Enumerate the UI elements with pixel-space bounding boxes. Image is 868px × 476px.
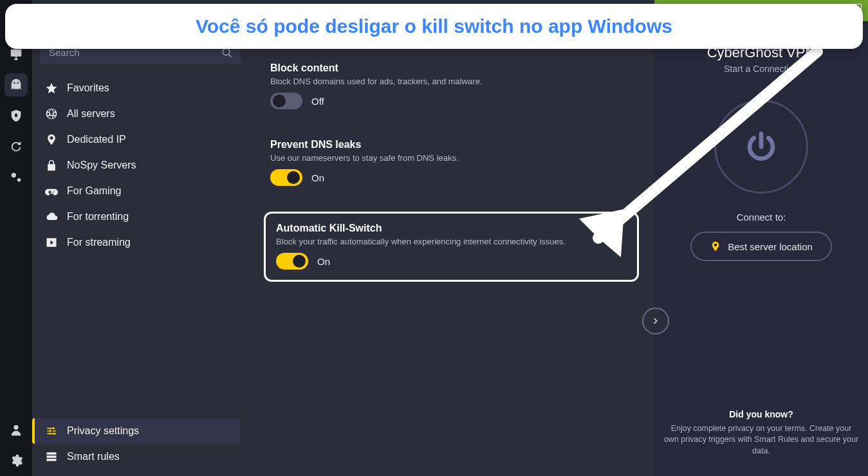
tip-box: Did you know? Enjoy complete privacy on … (654, 395, 868, 477)
nav-favorites[interactable]: Favorites (40, 75, 241, 101)
power-icon (744, 129, 779, 164)
nav-gaming[interactable]: For Gaming (40, 178, 241, 204)
tip-title: Did you know? (663, 409, 859, 419)
nav-label: For torrenting (67, 211, 129, 223)
gamepad-icon (45, 185, 58, 197)
nav-torrenting[interactable]: For torrenting (40, 204, 241, 230)
section-dns-leaks: Prevent DNS leaks Use our nameservers to… (264, 135, 639, 194)
nav-nospy[interactable]: NoSpy Servers (40, 152, 241, 178)
right-subtitle: Start a Connection (654, 64, 868, 74)
ghost-icon (9, 78, 23, 92)
nav-label: Smart rules (67, 451, 120, 462)
svg-point-2 (12, 173, 16, 178)
network-icon (9, 170, 23, 185)
best-location-button[interactable]: Best server location (690, 232, 832, 261)
sidebar: CyberGhost VPN Favorites All servers Ded… (32, 0, 248, 476)
nav-label: Favorites (67, 82, 109, 94)
toggle-state: Off (311, 96, 324, 107)
tip-body: Enjoy complete privacy on your terms. Cr… (663, 423, 859, 457)
nav-label: Dedicated IP (67, 134, 126, 145)
nav-smart-rules[interactable]: Smart rules (40, 444, 241, 470)
section-kill-switch: Automatic Kill-Switch Block your traffic… (264, 212, 639, 282)
section-desc: Block your traffic automatically when ex… (276, 237, 627, 246)
nav-dedicated-ip[interactable]: Dedicated IP (40, 127, 241, 152)
toggle-block-content[interactable] (270, 93, 302, 109)
rail-shield[interactable] (5, 104, 28, 127)
rail-settings[interactable] (5, 449, 28, 472)
section-title: Automatic Kill-Switch (276, 223, 627, 234)
nav-privacy-settings[interactable]: Privacy settings (32, 418, 241, 444)
monitor-icon (9, 47, 23, 61)
location-target-icon (710, 241, 721, 252)
gear-icon (9, 453, 23, 468)
app-root: Você só pode desligar o kill switch no a… (0, 0, 868, 476)
section-title: Prevent DNS leaks (270, 139, 633, 151)
shield-icon (9, 109, 23, 123)
play-box-icon (45, 236, 58, 249)
rail-ghost[interactable] (5, 73, 28, 96)
pin-icon (45, 133, 58, 146)
toggle-kill-switch[interactable] (276, 253, 308, 270)
rail-refresh[interactable] (5, 135, 28, 158)
nav-label: All servers (67, 108, 115, 120)
nav-list: Favorites All servers Dedicated IP NoSpy… (40, 75, 241, 255)
rail-account[interactable] (5, 418, 28, 441)
connect-to-label: Connect to: (654, 212, 868, 223)
toggle-dns-leaks[interactable] (270, 169, 302, 186)
sliders-icon (45, 425, 58, 437)
section-title: Block content (270, 62, 633, 74)
user-icon (9, 423, 23, 437)
icon-rail (0, 0, 32, 476)
nav-label: NoSpy Servers (67, 160, 136, 171)
nav-label: Privacy settings (67, 425, 139, 437)
globe-icon (45, 107, 58, 120)
star-icon (45, 82, 58, 95)
section-desc: Use our nameservers to stay safe from DN… (270, 153, 633, 163)
refresh-icon (9, 140, 23, 154)
cloud-download-icon (45, 210, 58, 223)
toggle-state: On (311, 172, 324, 183)
nav-label: For Gaming (67, 185, 121, 197)
power-button[interactable] (714, 100, 808, 194)
nav-streaming[interactable]: For streaming (40, 230, 241, 255)
expand-panel-button[interactable] (642, 307, 669, 334)
rail-network[interactable] (5, 166, 28, 189)
toggle-state: On (317, 256, 330, 267)
best-location-label: Best server location (728, 241, 813, 252)
main-panel: Privacy settings Change your privacy set… (248, 0, 654, 476)
connection-panel: Activate your dedicated IP now! Activate… (654, 0, 868, 476)
lock-icon (45, 159, 58, 172)
bottom-nav: Privacy settings Smart rules (40, 418, 241, 470)
annotation-caption: Você só pode desligar o kill switch no a… (5, 4, 863, 49)
chevron-right-icon (651, 316, 660, 325)
list-icon (45, 450, 58, 463)
nav-label: For streaming (67, 237, 131, 248)
nav-all-servers[interactable]: All servers (40, 101, 241, 127)
svg-point-3 (17, 178, 21, 182)
section-desc: Block DNS domains used for ads, trackers… (270, 77, 633, 86)
section-block-content: Block content Block DNS domains used for… (264, 59, 639, 117)
svg-point-4 (14, 425, 18, 430)
